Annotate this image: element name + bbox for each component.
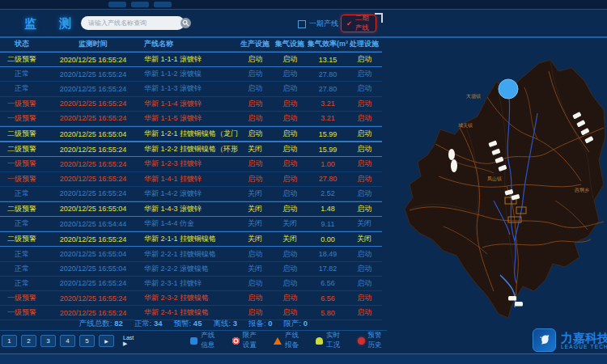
cell-efficiency: 0.00: [308, 235, 348, 243]
cell-time: 2020/12/25 16:55:24: [44, 294, 142, 303]
cell-production: 启动: [238, 159, 272, 169]
cell-efficiency: 15.99: [308, 146, 348, 154]
table-row[interactable]: 正常2020/12/25 16:55:04华新 2-2-2 滚镀镍铬关闭启动17…: [0, 262, 382, 277]
col-status: 状态: [0, 39, 44, 49]
cell-gas: 启动: [272, 174, 308, 184]
cell-efficiency: 1.48: [308, 205, 348, 213]
cell-treatment: 启动: [348, 204, 380, 214]
next-page-button[interactable]: ▶: [99, 335, 114, 347]
window-chip[interactable]: [154, 2, 172, 7]
summary-item: 产线总数: 82: [79, 319, 123, 329]
legend-item[interactable]: 预警历史: [358, 331, 387, 350]
table-row[interactable]: 二级预警2020/12/25 16:55:24华新 1-1-1 滚镀锌启动启动1…: [0, 52, 382, 67]
page-button[interactable]: 2: [21, 335, 36, 347]
table-row[interactable]: 一级预警2020/12/25 16:55:24华新 1-4-1 挂镀锌启动启动2…: [0, 172, 382, 187]
cell-production: 启动: [238, 129, 272, 139]
table-row[interactable]: 一级预警2020/12/25 16:55:24华新 1-1-5 滚镀锌启动启动3…: [0, 112, 382, 126]
cell-status: 二级预警: [0, 54, 44, 65]
cell-name: 华新 1-1-5 滚镀锌: [142, 113, 238, 124]
cell-status: 二级预警: [0, 234, 44, 244]
table-row[interactable]: 正常2020/12/25 16:55:24华新 1-1-2 滚镀镍启动启动27.…: [0, 67, 382, 82]
page-button[interactable]: 5: [79, 335, 95, 347]
page-button[interactable]: 4: [60, 335, 75, 347]
cell-gas: 启动: [272, 129, 308, 139]
cell-production: 关闭: [238, 234, 272, 244]
cell-gas: 启动: [272, 293, 308, 303]
logo-name: 力嘉科技: [561, 332, 607, 344]
production-info-icon: [190, 337, 197, 345]
cell-efficiency: 3.21: [308, 99, 348, 108]
search-icon[interactable]: [180, 18, 191, 28]
district-map[interactable]: [387, 39, 607, 324]
legend-item[interactable]: 产线报备: [274, 331, 304, 350]
search-box[interactable]: [81, 16, 185, 30]
cell-time: 2020/12/25 16:55:24: [44, 309, 142, 317]
table-row[interactable]: 二级预警2020/12/25 16:55:04华新 1-2-1 挂镀铜镍铬（龙门…: [0, 126, 382, 142]
cell-status: 一级预警: [0, 159, 44, 169]
last-page-button[interactable]: Last ▶: [123, 335, 134, 347]
cell-gas: 启动: [272, 204, 308, 214]
table-row[interactable]: 正常2020/12/25 16:54:44华新 1-4-4 仿金关闭关闭9.11…: [0, 217, 382, 231]
cell-name: 华新 1-1-2 滚镀镍: [142, 69, 238, 79]
cell-time: 2020/12/25 16:55:24: [44, 114, 142, 122]
cell-gas: 启动: [272, 249, 308, 260]
cell-gas: 启动: [272, 54, 308, 65]
search-input[interactable]: [81, 19, 180, 27]
phase1-checkbox[interactable]: 一期产线: [298, 19, 338, 29]
cell-status: 正常: [0, 69, 44, 79]
phase2-button[interactable]: ✔ 二期产线: [341, 15, 376, 32]
table-row[interactable]: 正常2020/12/25 16:55:24华新 2-3-1 挂镀锌启动启动6.5…: [0, 277, 382, 291]
table-row[interactable]: 正常2020/12/25 16:55:24华新 1-1-3 滚镀锌启动启动27.…: [0, 82, 382, 96]
checkbox-icon[interactable]: [298, 20, 306, 28]
legend-label: 实时工况: [326, 331, 345, 350]
page-button[interactable]: 1: [2, 335, 17, 347]
legend-label: 产线信息: [201, 331, 219, 350]
cell-efficiency: 27.80: [308, 70, 348, 78]
col-name: 产线名称: [142, 39, 238, 49]
map-town-label: 西垌乡: [575, 188, 589, 193]
cell-treatment: 启动: [348, 249, 380, 260]
cell-name: 华新 2-2-2 滚镀镍铬: [142, 264, 238, 274]
map-panel[interactable]: 大塘镇 城关镇 凤山镇 西垌乡: [387, 39, 607, 324]
cell-time: 2020/12/25 16:55:24: [44, 146, 142, 154]
cell-efficiency: 5.80: [308, 309, 348, 317]
legend-item[interactable]: 实时工况: [316, 331, 345, 350]
summary-label: 报备:: [248, 319, 268, 328]
summary-label: 离线:: [213, 319, 232, 328]
cell-time: 2020/12/25 16:55:24: [44, 99, 142, 108]
cell-status: 正常: [0, 188, 44, 199]
table-row[interactable]: 正常2020/12/25 16:55:04华新 2-2-1 挂镀铜镍铬启动启动1…: [0, 247, 382, 261]
summary-value: 3: [233, 319, 237, 328]
table-row[interactable]: 二级预警2020/12/25 16:55:24华新 1-2-2 挂镀铜镍铬（环形…: [0, 142, 382, 157]
cell-name: 华新 2-2-1 挂镀铜镍铬: [142, 249, 238, 260]
cell-name: 华新 2-3-1 挂镀锌: [142, 278, 238, 289]
summary-value: 0: [268, 319, 272, 328]
cell-time: 2020/12/25 16:55:04: [44, 130, 142, 138]
cell-efficiency: 1.00: [308, 160, 348, 168]
cell-name: 华新 2-1-1 挂镀铜镍铬: [142, 234, 238, 244]
legend-item[interactable]: 产线信息: [190, 331, 219, 350]
table-row[interactable]: 一级预警2020/12/25 16:55:24华新 1-2-3 挂镀锌启动启动1…: [0, 157, 382, 171]
cluster-marker[interactable]: [499, 79, 518, 99]
cell-time: 2020/12/25 16:55:24: [44, 189, 142, 197]
summary-item: 离线: 3: [213, 319, 237, 329]
table-row[interactable]: 二级预警2020/12/25 16:55:24华新 2-1-1 挂镀铜镍铬关闭关…: [0, 231, 382, 247]
table-row[interactable]: 一级预警2020/12/25 16:55:24华新 2-3-2 挂镀镍铬启动启动…: [0, 291, 382, 306]
cell-status: 正常: [0, 83, 44, 94]
table-row[interactable]: 正常2020/12/25 16:55:24华新 1-4-2 滚镀锌关闭启动2.5…: [0, 187, 382, 201]
cell-production: 启动: [238, 54, 272, 65]
summary-item: 正常: 34: [134, 319, 163, 329]
cell-time: 2020/12/25 16:55:24: [44, 235, 142, 243]
legend-label: 限产设置: [243, 331, 261, 350]
cell-treatment: 启动: [348, 69, 380, 79]
cell-treatment: 关闭: [348, 234, 380, 244]
window-chip[interactable]: [108, 2, 126, 7]
table-row[interactable]: 一级预警2020/12/25 16:55:24华新 1-1-4 滚镀锌启动启动3…: [0, 97, 382, 112]
window-chip[interactable]: [131, 2, 149, 7]
cell-time: 2020/12/25 16:55:24: [44, 85, 142, 93]
legend-item[interactable]: 限产设置: [232, 331, 261, 350]
table-row[interactable]: 二级预警2020/12/25 16:55:04华新 1-4-3 滚镀锌关闭启动1…: [0, 201, 382, 217]
cell-gas: 启动: [272, 264, 308, 274]
page-button[interactable]: 3: [40, 335, 56, 347]
cell-efficiency: 9.11: [308, 220, 348, 228]
